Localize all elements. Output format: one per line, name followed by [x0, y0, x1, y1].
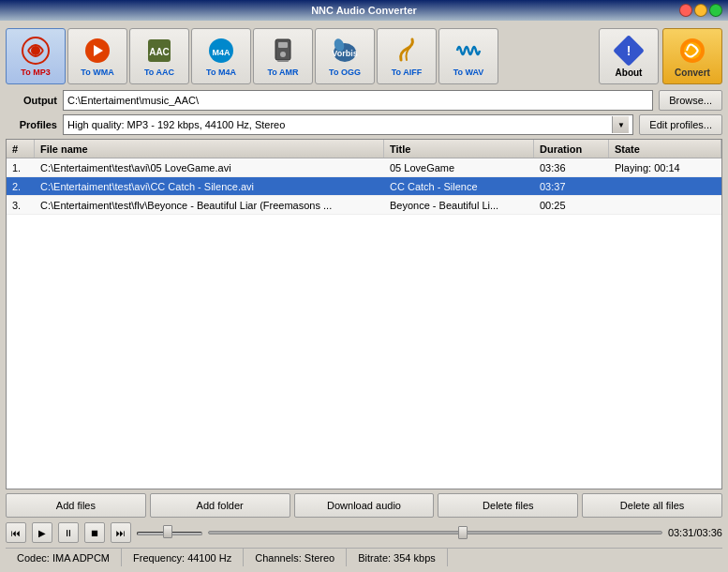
svg-text:Vorbis: Vorbis: [332, 49, 357, 58]
row-title: CC Catch - Silence: [384, 179, 534, 194]
to-aiff-button[interactable]: To AIFF: [377, 28, 437, 84]
to-wav-button[interactable]: To WAV: [438, 28, 498, 84]
svg-text:M4A: M4A: [212, 48, 230, 57]
row-title: Beyonce - Beautiful Li...: [384, 198, 534, 213]
file-list: # File name Title Duration State 1. C:\E…: [6, 139, 722, 489]
to-aac-label: To AAC: [144, 68, 174, 77]
row-duration: 00:25: [534, 198, 609, 213]
to-wav-label: To WAV: [453, 68, 484, 77]
dropdown-arrow-icon: ▼: [612, 116, 629, 133]
row-title: 05 LoveGame: [384, 160, 534, 175]
maximize-button[interactable]: [709, 4, 722, 17]
delete-files-button[interactable]: Delete files: [438, 493, 578, 518]
ogg-icon: Vorbis: [330, 36, 360, 66]
play-button[interactable]: ▶: [32, 522, 52, 543]
mp3-icon: [21, 36, 51, 66]
add-folder-button[interactable]: Add folder: [150, 493, 290, 518]
convert-label: Convert: [675, 68, 710, 78]
pause-button[interactable]: ⏸: [58, 522, 79, 543]
row-num: 3.: [7, 198, 35, 213]
aac-icon: AAC: [144, 36, 174, 66]
app-body: To MP3 To WMA AAC To AAC: [0, 21, 728, 572]
m4a-icon: M4A: [206, 36, 236, 66]
wma-icon: [82, 36, 112, 66]
convert-button[interactable]: Convert: [662, 28, 722, 84]
svg-text:AAC: AAC: [149, 47, 170, 57]
svg-point-10: [280, 52, 286, 57]
profiles-value: High quality: MP3 - 192 kbps, 44100 Hz, …: [67, 119, 612, 130]
player-controls: ⏮ ▶ ⏸ ⏹ ⏭ 03:31/03:36: [6, 521, 722, 544]
row-num: 2.: [7, 179, 35, 194]
right-buttons: ! About Convert: [599, 28, 722, 84]
to-ogg-button[interactable]: Vorbis To OGG: [315, 28, 375, 84]
output-row: Output Browse...: [6, 90, 722, 111]
stop-button[interactable]: ⏹: [84, 522, 105, 543]
profiles-row: Profiles High quality: MP3 - 192 kbps, 4…: [6, 114, 722, 135]
table-row[interactable]: 2. C:\Entertaiment\test\avi\CC Catch - S…: [7, 177, 721, 196]
table-row[interactable]: 1. C:\Entertaiment\test\avi\05 LoveGame.…: [7, 158, 721, 177]
progress-slider[interactable]: [208, 531, 662, 534]
output-input[interactable]: [63, 90, 653, 111]
row-filename: C:\Entertaiment\test\flv\Beyonce - Beaut…: [35, 198, 384, 213]
svg-text:!: !: [627, 43, 631, 58]
add-files-button[interactable]: Add files: [6, 493, 146, 518]
about-label: About: [616, 68, 643, 78]
frequency-status: Frequency: 44100 Hz: [122, 549, 244, 566]
about-icon: !: [614, 36, 644, 66]
row-state: Playing: 00:14: [609, 160, 721, 175]
profiles-select[interactable]: High quality: MP3 - 192 kbps, 44100 Hz, …: [63, 114, 633, 135]
row-duration: 03:37: [534, 179, 609, 194]
wav-icon: [453, 36, 483, 66]
to-amr-label: To AMR: [268, 68, 299, 77]
table-row[interactable]: 3. C:\Entertaiment\test\flv\Beyonce - Be…: [7, 196, 721, 215]
browse-button[interactable]: Browse...: [659, 90, 722, 111]
file-list-header: # File name Title Duration State: [7, 140, 721, 158]
window-title: NNC Audio Converter: [311, 5, 417, 16]
col-header-title: Title: [384, 140, 534, 158]
convert-icon: [677, 36, 707, 66]
download-audio-button[interactable]: Download audio: [294, 493, 435, 518]
bottom-buttons: Add files Add folder Download audio Dele…: [6, 493, 722, 518]
edit-profiles-button[interactable]: Edit profiles...: [639, 114, 722, 135]
row-num: 1.: [7, 160, 35, 175]
col-header-duration: Duration: [534, 140, 609, 158]
svg-rect-9: [278, 42, 288, 48]
close-button[interactable]: [679, 4, 692, 17]
svg-point-1: [31, 46, 40, 55]
amr-icon: [268, 36, 298, 66]
to-mp3-button[interactable]: To MP3: [6, 28, 66, 84]
row-state: [609, 203, 721, 207]
to-ogg-label: To OGG: [329, 68, 361, 77]
time-display: 03:31/03:36: [668, 527, 722, 538]
channels-status: Channels: Stereo: [244, 549, 347, 566]
volume-thumb[interactable]: [163, 525, 172, 538]
codec-status: Codec: IMA ADPCM: [6, 549, 122, 566]
next-button[interactable]: ⏭: [111, 522, 131, 543]
to-amr-button[interactable]: To AMR: [253, 28, 313, 84]
to-m4a-button[interactable]: M4A To M4A: [191, 28, 251, 84]
col-header-state: State: [609, 140, 721, 158]
to-wma-button[interactable]: To WMA: [67, 28, 127, 84]
to-aac-button[interactable]: AAC To AAC: [129, 28, 189, 84]
prev-button[interactable]: ⏮: [6, 522, 26, 543]
progress-thumb[interactable]: [458, 526, 468, 539]
delete-all-files-button[interactable]: Delete all files: [582, 493, 722, 518]
volume-slider[interactable]: [137, 530, 202, 535]
output-label: Output: [6, 95, 57, 106]
row-filename: C:\Entertaiment\test\avi\CC Catch - Sile…: [35, 179, 384, 194]
minimize-button[interactable]: [694, 4, 707, 17]
file-list-body: 1. C:\Entertaiment\test\avi\05 LoveGame.…: [7, 158, 721, 489]
window-controls[interactable]: [679, 4, 722, 17]
to-mp3-label: To MP3: [21, 68, 50, 77]
about-button[interactable]: ! About: [599, 28, 659, 84]
aiff-icon: [392, 36, 422, 66]
col-header-num: #: [7, 140, 35, 158]
svg-rect-11: [277, 60, 289, 62]
toolbar: To MP3 To WMA AAC To AAC: [6, 26, 722, 86]
bitrate-status: Bitrate: 354 kbps: [347, 549, 448, 566]
to-m4a-label: To M4A: [206, 68, 236, 77]
to-aiff-label: To AIFF: [392, 68, 423, 77]
title-bar: NNC Audio Converter: [0, 0, 728, 21]
status-bar: Codec: IMA ADPCM Frequency: 44100 Hz Cha…: [6, 548, 722, 566]
row-filename: C:\Entertaiment\test\avi\05 LoveGame.avi: [35, 160, 384, 175]
